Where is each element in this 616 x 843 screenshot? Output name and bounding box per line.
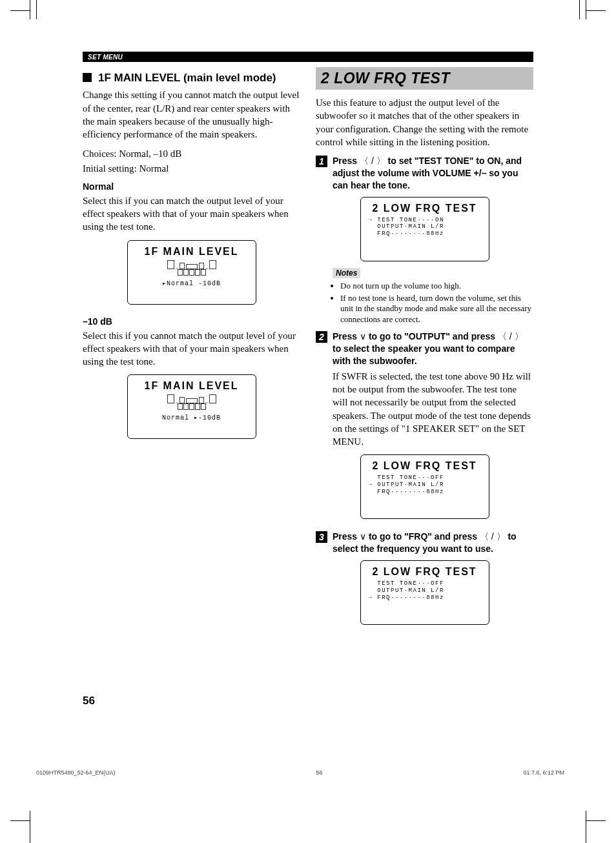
footer-page: 56 xyxy=(316,769,323,776)
step-number-icon: 1 xyxy=(316,156,327,167)
step-3: 3 Press ∨ to go to "FRQ" and press 〈 / 〉… xyxy=(316,531,533,555)
header-bar: SET MENU xyxy=(83,52,533,62)
lcd-lines: TEST TONE···OFF → OUTPUT·MAIN L/R FRQ···… xyxy=(365,474,485,495)
speaker-layout-icon: ⎯⎯ xyxy=(132,260,252,276)
footer-doc-id: 0109HTR5490_52-64_EN(UA) xyxy=(36,769,116,776)
speaker-layout-icon: ⎯⎯ xyxy=(132,394,252,410)
lcd-title: 2 LOW FRQ TEST xyxy=(365,460,485,472)
lcd-lines: → TEST TONE····ON OUTPUT·MAIN L/R FRQ···… xyxy=(365,217,485,238)
down-icon: ∨ xyxy=(360,531,366,542)
minus10-body: Select this if you cannot match the outp… xyxy=(83,329,300,369)
left-right-icon: 〈 / 〉 xyxy=(480,531,506,542)
notes-list: Do not turn up the volume too high. If n… xyxy=(333,281,533,326)
lcd-display-r3: 2 LOW FRQ TEST TEST TONE···OFF OUTPUT·MA… xyxy=(360,560,489,625)
lcd-title: 2 LOW FRQ TEST xyxy=(365,566,485,578)
minus10-heading: –10 dB xyxy=(83,316,300,327)
section-heading: 2 LOW FRQ TEST xyxy=(316,67,533,90)
lcd-display-r1: 2 LOW FRQ TEST → TEST TONE····ON OUTPUT·… xyxy=(360,197,489,261)
right-intro: Use this feature to adjust the output le… xyxy=(316,96,533,148)
normal-body: Select this if you can match the output … xyxy=(83,194,300,234)
lcd-footer: Normal ▸-10dB xyxy=(132,414,252,421)
section-title: 1F MAIN LEVEL (main level mode) xyxy=(83,71,300,85)
step-1-text: Press 〈 / 〉 to set "TEST TONE" to ON, an… xyxy=(333,155,533,192)
normal-heading: Normal xyxy=(83,181,300,192)
note-item: Do not turn up the volume too high. xyxy=(340,281,533,292)
lcd-display-2: 1F MAIN LEVEL ⎯⎯ Normal ▸-10dB xyxy=(127,374,256,439)
lcd-title: 1F MAIN LEVEL xyxy=(132,380,252,392)
step-2: 2 Press ∨ to go to "OUTPUT" and press 〈 … xyxy=(316,330,533,367)
lcd-title: 2 LOW FRQ TEST xyxy=(365,203,485,214)
header-label: SET MENU xyxy=(83,54,123,61)
lcd-display-1: 1F MAIN LEVEL ⎯⎯ ▸Normal -10dB xyxy=(127,240,256,305)
notes-label: Notes xyxy=(333,268,360,278)
step-number-icon: 2 xyxy=(316,331,327,343)
left-right-icon: 〈 / 〉 xyxy=(498,331,524,341)
page-number: 56 xyxy=(83,695,533,707)
step-3-text: Press ∨ to go to "FRQ" and press 〈 / 〉 t… xyxy=(333,531,533,555)
square-bullet-icon xyxy=(83,73,92,82)
footer-timestamp: 01.7.6, 6:12 PM xyxy=(523,769,564,776)
lcd-display-r2: 2 LOW FRQ TEST TEST TONE···OFF → OUTPUT·… xyxy=(360,454,489,519)
lcd-lines: TEST TONE···OFF OUTPUT·MAIN L/R → FRQ···… xyxy=(365,580,485,601)
footer-meta: 0109HTR5490_52-64_EN(UA) 56 01.7.6, 6:12… xyxy=(0,769,616,776)
step-2-body: If SWFR is selected, the test tone above… xyxy=(333,370,533,449)
left-right-icon: 〈 / 〉 xyxy=(360,156,385,166)
intro-text: Change this setting if you cannot match … xyxy=(83,88,300,141)
note-item: If no test tone is heard, turn down the … xyxy=(340,293,533,326)
lcd-footer: ▸Normal -10dB xyxy=(132,279,252,287)
left-column: 1F MAIN LEVEL (main level mode) Change t… xyxy=(83,65,300,636)
step-2-text: Press ∨ to go to "OUTPUT" and press 〈 / … xyxy=(333,330,533,367)
right-column: 2 LOW FRQ TEST Use this feature to adjus… xyxy=(316,65,533,636)
down-icon: ∨ xyxy=(360,331,366,341)
lcd-title: 1F MAIN LEVEL xyxy=(132,246,252,258)
step-1: 1 Press 〈 / 〉 to set "TEST TONE" to ON, … xyxy=(316,155,533,192)
initial-text: Initial setting: Normal xyxy=(83,162,300,175)
section-title-text: 1F MAIN LEVEL (main level mode) xyxy=(98,71,276,85)
choices-text: Choices: Normal, –10 dB xyxy=(83,147,300,160)
step-number-icon: 3 xyxy=(316,531,327,543)
